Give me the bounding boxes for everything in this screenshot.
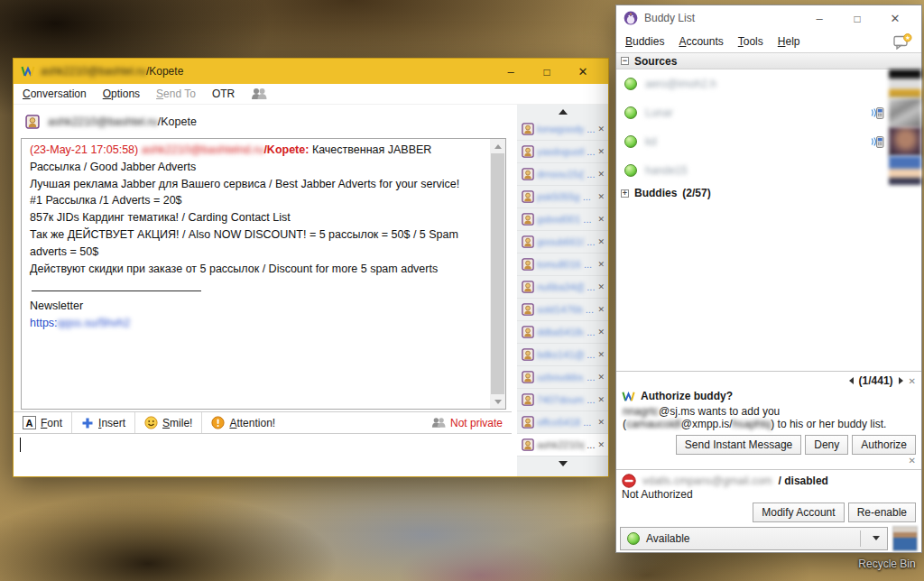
chat-tab[interactable]: drnsou15@ ... (517, 163, 608, 186)
buddy-list-empty-area (616, 201, 921, 371)
chat-tab-active[interactable]: ashk2210@b ... (517, 434, 608, 456)
newsletter-link[interactable]: https:qqss.su/5hvh2 (30, 315, 484, 332)
tab-close-icon[interactable] (597, 440, 605, 449)
tab-close-icon[interactable] (597, 215, 605, 224)
tab-close-icon[interactable] (597, 170, 605, 179)
tab-close-icon[interactable] (597, 395, 605, 404)
message-input[interactable] (14, 434, 512, 476)
tab-close-icon[interactable] (597, 192, 605, 201)
tab-close-icon[interactable] (597, 124, 605, 134)
prev-notification-icon[interactable] (849, 377, 854, 384)
chat-tab[interactable]: ddba5418u ... (517, 321, 608, 344)
combo-separator (860, 530, 861, 547)
chat-tab[interactable]: lonwgoody ... (517, 118, 608, 141)
font-button[interactable]: Font (14, 412, 71, 433)
minimize-icon (507, 65, 513, 78)
tabs-scroll-up-button[interactable] (517, 105, 608, 118)
menu-options[interactable]: Options (103, 88, 140, 100)
minimize-button[interactable] (493, 59, 529, 84)
menu-buddies[interactable]: Buddies (625, 35, 664, 48)
chat-tab[interactable]: nu6ba34@b ... (517, 276, 608, 299)
self-avatar[interactable] (892, 526, 918, 551)
tab-close-icon[interactable] (597, 350, 605, 359)
chat-tab[interactable]: 7407doump ... (517, 389, 608, 411)
chat-tab[interactable]: bdks141@b ... (517, 344, 608, 366)
tab-close-icon[interactable] (597, 373, 605, 382)
chat-tab[interactable]: psk5055g ... (517, 186, 608, 208)
next-notification-icon[interactable] (899, 377, 903, 384)
insert-button[interactable]: Insert (72, 412, 134, 433)
buddy-row[interactable]: hande15 (616, 156, 921, 185)
buddy-row[interactable]: Lunar (616, 98, 921, 127)
maximize-button[interactable] (529, 59, 565, 84)
message-view[interactable]: (23-May-21 17:05:58) ashk2210@bashtelnd.… (21, 138, 506, 410)
chat-tab[interactable]: offco5418 ... (517, 411, 608, 434)
contacts-icon[interactable] (251, 88, 267, 100)
buddy-photo (889, 156, 921, 185)
collapse-icon[interactable]: − (621, 57, 629, 65)
menu-otr[interactable]: OTR (212, 88, 235, 100)
authorize-button[interactable]: Authorize (852, 435, 916, 455)
message-line: Действуют скидки при заказе от 5 рассыло… (30, 261, 484, 278)
scroll-up-icon[interactable] (490, 139, 505, 153)
tab-close-icon[interactable] (597, 305, 605, 314)
tab-label: 7407doump (537, 394, 584, 405)
status-available-icon (624, 78, 637, 90)
menu-help[interactable]: Help (778, 35, 800, 48)
buddy-row[interactable]: aero@imoh2.h (616, 69, 921, 98)
deny-button[interactable]: Deny (805, 435, 848, 455)
tab-close-icon[interactable] (597, 282, 605, 291)
tab-close-icon[interactable] (597, 418, 605, 427)
close-panel-icon[interactable]: ✕ (909, 456, 916, 467)
expand-icon[interactable]: + (621, 189, 629, 198)
minimize-button[interactable] (800, 5, 838, 31)
tabs-scroll-down-button[interactable] (517, 456, 608, 470)
tab-close-icon[interactable] (597, 237, 605, 246)
status-selector[interactable]: Available (620, 527, 888, 550)
message-scrollbar[interactable] (490, 139, 505, 409)
chevron-down-icon[interactable] (867, 536, 885, 540)
chat-tab[interactable]: tomu8016 ... (517, 254, 608, 276)
group-header-buddies[interactable]: + Buddies (2/57) (616, 185, 921, 201)
tab-close-icon[interactable] (597, 147, 605, 156)
notification-bubble-icon[interactable] (893, 33, 912, 50)
text-caret (20, 438, 21, 452)
newsletter-label: Newsletter (30, 298, 484, 315)
font-icon (23, 416, 36, 429)
close-button[interactable] (565, 59, 601, 84)
attention-button[interactable]: Attention! (202, 412, 284, 433)
chat-tab[interactable]: gsbod001 ... (517, 208, 608, 231)
tab-close-icon[interactable] (597, 260, 605, 269)
smiley-icon (144, 416, 158, 429)
scroll-down-icon[interactable] (490, 394, 505, 409)
re-enable-button[interactable]: Re-enable (848, 503, 916, 522)
recycle-bin-label[interactable]: Recycle Bin (855, 558, 919, 570)
panel-divider (616, 469, 921, 470)
chat-tab[interactable]: gooub6610 ... (517, 231, 608, 254)
buddy-list-titlebar[interactable]: Buddy List (616, 5, 921, 31)
buddy-avatar-icon (522, 303, 534, 316)
menu-conversation[interactable]: Conversation (23, 88, 87, 100)
close-button[interactable] (876, 5, 914, 31)
smile-button[interactable]: Smile! (135, 412, 201, 433)
chat-titlebar[interactable]: ashk2210@bashtel.ru/Kopete (14, 59, 608, 84)
chat-tab[interactable]: uzbouddou ... (517, 366, 608, 389)
menu-tools[interactable]: Tools (738, 35, 763, 48)
menu-accounts[interactable]: Accounts (679, 35, 723, 48)
modify-account-button[interactable]: Modify Account (753, 503, 844, 522)
group-header-sources[interactable]: − Sources (616, 52, 921, 69)
buddy-row[interactable]: kd (616, 127, 921, 156)
chat-tab[interactable]: sold1476b ... (517, 299, 608, 321)
otr-status-button[interactable]: Not private (431, 417, 512, 429)
tab-ellipsis: ... (583, 417, 591, 428)
tab-ellipsis: ... (587, 124, 595, 134)
message-line: Лучшая реклама Jabber для Вашего сервиса… (30, 176, 484, 193)
menu-send-to[interactable]: Send To (156, 88, 196, 100)
minimize-icon (816, 12, 822, 25)
maximize-button[interactable] (838, 5, 876, 31)
tab-close-icon[interactable] (597, 327, 605, 337)
close-notification-icon[interactable]: ✕ (909, 376, 916, 386)
send-instant-message-button[interactable]: Send Instant Message (676, 435, 801, 455)
chat-tab[interactable]: yasdogusth ... (517, 141, 608, 163)
scrollbar-thumb[interactable] (491, 153, 504, 394)
